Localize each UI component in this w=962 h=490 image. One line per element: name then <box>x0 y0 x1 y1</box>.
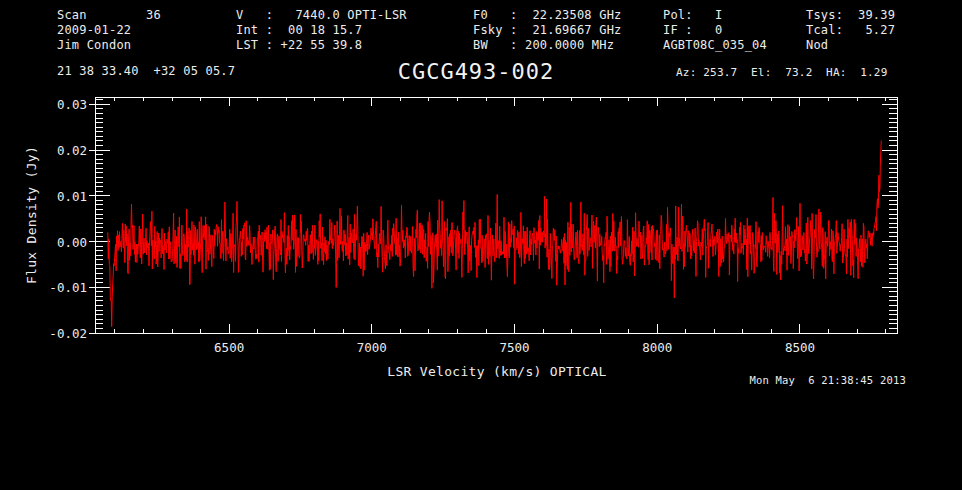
x-tick-label: 7500 <box>480 340 550 355</box>
y-axis-title: Flux Density (Jy) <box>24 146 39 284</box>
x-tick-label: 6500 <box>194 340 264 355</box>
y-tick-label: -0.02 <box>32 326 87 341</box>
y-tick-label: 0.00 <box>32 235 87 250</box>
y-tick-label: 0.03 <box>32 97 87 112</box>
y-tick-label: 0.01 <box>32 189 87 204</box>
gbtidl-plotter-window: Scan 36 V : 7440.0 OPTI-LSR F0 : 22.2350… <box>0 0 962 490</box>
y-tick-label: 0.02 <box>32 143 87 158</box>
plot-canvas <box>0 0 962 490</box>
plot-frame <box>95 97 897 333</box>
y-tick-label: -0.01 <box>32 280 87 295</box>
x-tick-label: 7000 <box>337 340 407 355</box>
x-axis-title: LSR Velocity (km/s) OPTICAL <box>387 364 606 379</box>
spectrum-line <box>108 141 882 327</box>
plot-timestamp: Mon May 6 21:38:45 2013 <box>749 374 906 386</box>
x-tick-label: 8500 <box>765 340 835 355</box>
x-tick-label: 8000 <box>622 340 692 355</box>
